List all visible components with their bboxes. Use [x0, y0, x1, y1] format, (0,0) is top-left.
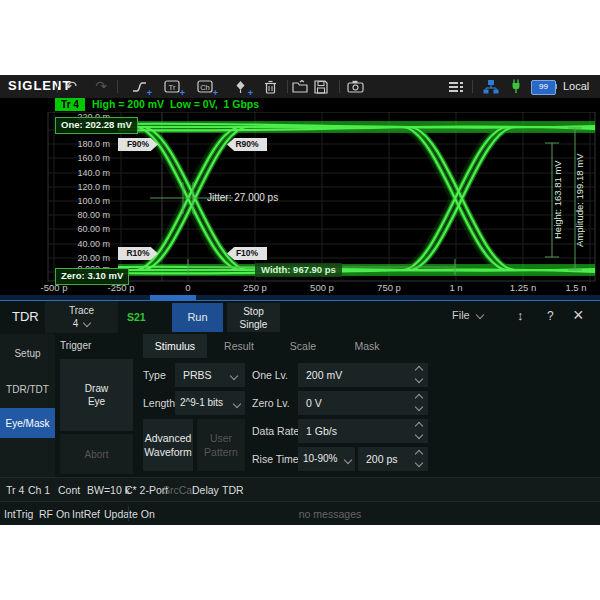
user-pattern-button[interactable]: User Pattern	[197, 419, 245, 471]
status-channel: Ch 1	[28, 478, 50, 502]
y-axis-tick: 140.0 m	[10, 168, 110, 178]
zero-level-stepper[interactable]	[416, 395, 422, 410]
divider	[472, 80, 473, 93]
data-rate-value: 1 Gb/s	[306, 425, 337, 437]
battery-nub	[555, 84, 557, 89]
draw-eye-button[interactable]: Draw Eye	[60, 359, 133, 431]
status-bar-system: IntTrig RF On IntRef Update On no messag…	[0, 501, 600, 525]
trace-info: High = 200 mV Low = 0V, 1 Gbps	[92, 98, 259, 111]
rise-time-stepper[interactable]	[416, 451, 422, 466]
status-inttrig: IntTrig	[4, 502, 33, 526]
r10-marker-tag: R10%	[118, 247, 158, 260]
sidebar-item-tdr-tdt[interactable]: TDR/TDT	[0, 374, 55, 404]
add-step-icon[interactable]: +	[130, 78, 148, 95]
tab-mask[interactable]: Mask	[335, 334, 399, 358]
status-delay: Delay	[192, 478, 219, 502]
one-level-label: One Lv.	[252, 363, 288, 387]
zero-level-value: 0 V	[306, 397, 322, 409]
jitter-readout: Jitter: 27.000 ps	[207, 192, 278, 203]
power-plug-icon	[507, 78, 525, 95]
delete-icon[interactable]	[261, 78, 279, 95]
panel-title: TDR	[12, 309, 39, 324]
status-tdr: TDR	[222, 478, 244, 502]
trigger-group-label: Trigger	[60, 334, 91, 358]
open-file-icon[interactable]	[291, 78, 309, 95]
y-axis-tick: 160.0 m	[10, 153, 110, 163]
file-menu[interactable]: File	[452, 309, 483, 321]
svg-text:Ch: Ch	[200, 83, 210, 92]
x-axis-tick: 250 p	[233, 282, 277, 295]
add-marker-icon[interactable]: +	[231, 78, 249, 95]
sparam-label[interactable]: S21	[127, 311, 146, 323]
one-level-input[interactable]: 200 mV	[298, 363, 428, 387]
local-button[interactable]: Local	[563, 80, 589, 92]
data-rate-input[interactable]: 1 Gb/s	[298, 419, 428, 443]
rise-time-label: Rise Time	[252, 447, 299, 471]
status-srccal: SrcCal	[163, 478, 195, 502]
close-icon[interactable]: ×	[573, 305, 584, 326]
sidebar-item-setup[interactable]: Setup	[0, 338, 55, 368]
length-dropdown[interactable]: 2^9-1 bits	[175, 391, 245, 415]
rise-time-value: 200 ps	[366, 453, 398, 465]
save-icon[interactable]	[312, 78, 330, 95]
chevron-down-icon	[344, 456, 352, 464]
redo-icon[interactable]: ↷	[92, 78, 110, 95]
f90-marker-tag: F90%	[118, 138, 158, 151]
length-value: 2^9-1 bits	[180, 397, 223, 408]
expand-collapse-icon[interactable]: ↕	[517, 308, 524, 323]
type-label: Type	[143, 363, 166, 387]
screenshot: SIGLENT ↶ ↷ + Tr + Ch + +	[0, 0, 600, 600]
x-axis-tick: 500 p	[300, 282, 344, 295]
undo-icon[interactable]: ↶	[62, 78, 80, 95]
one-level-readout: One: 202.28 mV	[55, 117, 138, 134]
data-rate-label: Data Rate	[252, 419, 299, 443]
run-button[interactable]: Run	[172, 303, 223, 332]
divider	[57, 80, 58, 93]
svg-text:Tr: Tr	[169, 83, 176, 92]
type-dropdown[interactable]: PRBS	[175, 363, 245, 387]
tab-scale[interactable]: Scale	[271, 334, 335, 358]
status-intref: IntRef	[72, 502, 100, 526]
help-icon[interactable]: ?	[547, 309, 554, 323]
length-label: Length	[143, 391, 175, 415]
battery-icon: 99	[531, 80, 556, 95]
advanced-waveform-button[interactable]: Advanced Waveform	[143, 419, 193, 471]
status-trace: Tr 4	[6, 478, 24, 502]
stop-single-button[interactable]: Stop Single	[227, 303, 280, 332]
divider	[128, 506, 129, 521]
status-bar-measurement: Tr 4 Ch 1 Cont BW=10 k C* 2-Port SrcCal …	[0, 477, 600, 502]
y-axis-tick: 180.0 m	[10, 139, 110, 149]
x-axis-tick: 0	[166, 282, 210, 295]
data-rate-stepper[interactable]	[416, 423, 422, 438]
rise-time-range-dropdown[interactable]: 10-90%	[298, 447, 355, 471]
width-readout: Width: 967.90 ps	[255, 263, 342, 277]
x-axis-tick: 750 p	[367, 282, 411, 295]
eye-diagram-plot: 220.0 m 200.0 m 180.0 m 160.0 m 140.0 m …	[0, 112, 600, 296]
y-axis-tick: 80.00 m	[10, 210, 110, 220]
y-axis-tick: 20.00 m	[10, 253, 110, 263]
trace-select-dropdown[interactable]: Trace 4	[45, 301, 118, 333]
toolbar: SIGLENT ↶ ↷ + Tr + Ch + +	[0, 75, 600, 99]
oscilloscope-screen: SIGLENT ↶ ↷ + Tr + Ch + +	[0, 75, 600, 525]
y-axis-tick: 60.00 m	[10, 224, 110, 234]
add-channel-icon[interactable]: Ch +	[196, 78, 214, 95]
type-value: PRBS	[183, 369, 212, 381]
x-axis-tick: -250 p	[99, 282, 143, 295]
screenshot-icon[interactable]	[346, 78, 364, 95]
menu-list-icon[interactable]	[447, 78, 465, 95]
status-cal: C* 2-Port	[125, 478, 168, 502]
sidebar-item-eye-mask[interactable]: Eye/Mask	[0, 408, 55, 438]
x-axis-tick: 1.25 n	[501, 282, 545, 295]
network-icon	[482, 78, 500, 95]
tab-stimulus[interactable]: Stimulus	[143, 334, 207, 358]
zero-level-input[interactable]: 0 V	[298, 391, 428, 415]
rise-time-input[interactable]: 200 ps	[358, 447, 428, 471]
one-level-stepper[interactable]	[416, 367, 422, 382]
add-trace-icon[interactable]: Tr +	[163, 78, 181, 95]
tab-result[interactable]: Result	[207, 334, 271, 358]
abort-button[interactable]: Abort	[60, 434, 133, 474]
r90-marker-tag: R90%	[227, 138, 267, 151]
status-cont: Cont	[58, 478, 80, 502]
rise-time-range-value: 10-90%	[303, 453, 337, 464]
divider	[339, 80, 340, 93]
